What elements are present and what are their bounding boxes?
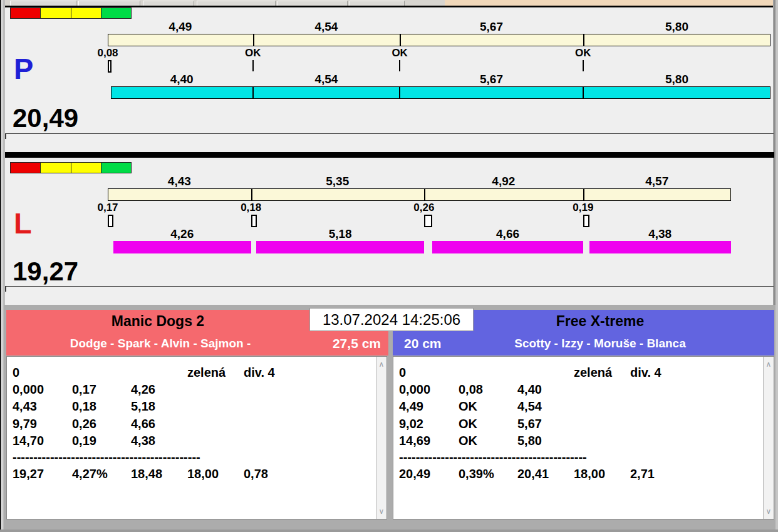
run-time-label: 5,18	[303, 227, 378, 241]
crossing-marker-box	[108, 215, 113, 227]
table-total-cell: 20,41	[517, 467, 549, 481]
table-start-value: 0	[13, 366, 19, 380]
crossing-label: OK	[225, 47, 281, 59]
team-right-results-table[interactable]: 0zelenádiv. 40,0000,084,404,49OK4,549,02…	[393, 356, 774, 519]
team-left-jump-height: 27,5 cm	[333, 336, 381, 351]
crossing-marker-box	[583, 215, 589, 227]
scroll-down-icon[interactable]: ∨	[764, 506, 774, 516]
split-time-label: 4,92	[466, 175, 541, 188]
crossing-label: 0,19	[555, 202, 611, 214]
lane-P-panel: P4,494,545,675,800,08OKOKOK4,404,545,675…	[5, 6, 774, 152]
run-time-label: 4,40	[144, 73, 219, 86]
table-total-cell: 4,27%	[72, 467, 108, 481]
split-time-label: 5,35	[300, 175, 375, 188]
split-time-label: 4,49	[143, 20, 218, 34]
traffic-light-segment	[11, 8, 41, 18]
lane-bottom-line	[5, 286, 774, 287]
datetime-display: 13.07.2024 14:25:06	[309, 308, 474, 331]
run-time-label: 4,54	[289, 73, 364, 86]
table-total-cell: 18,00	[574, 467, 605, 481]
split-time-label: 5,80	[640, 20, 715, 34]
split-time-label: 4,54	[289, 20, 364, 34]
table-total-cell: 19,27	[13, 467, 44, 481]
table-scrollbar[interactable]: ∧∨	[376, 357, 386, 519]
table-cell: 5,67	[517, 417, 542, 431]
table-cell: OK	[459, 417, 477, 431]
crossing-marker-box	[251, 215, 257, 227]
crossing-label: 0,08	[80, 47, 136, 59]
crossing-label: 0,18	[223, 202, 279, 214]
table-cell: 14,69	[399, 434, 430, 448]
split-bar-divider	[583, 34, 584, 46]
lane-line-notch	[5, 287, 6, 292]
traffic-light-segment	[41, 8, 71, 18]
table-cell: 0,19	[72, 434, 96, 448]
split-bar-divider	[400, 34, 401, 46]
scroll-up-icon[interactable]: ∧	[764, 359, 774, 369]
table-total-cell: 0,39%	[459, 467, 494, 481]
table-cell: 4,49	[399, 399, 423, 414]
traffic-light-segment	[71, 8, 101, 18]
table-division-label: div. 4	[244, 366, 275, 380]
run-time-label: 4,66	[470, 227, 546, 241]
table-cell: 9,02	[399, 417, 423, 431]
crossing-marker-box	[424, 215, 432, 227]
traffic-light-segment	[71, 163, 101, 173]
table-total-cell: 2,71	[630, 467, 655, 481]
table-scrollbar[interactable]: ∧∨	[763, 357, 774, 519]
lane-letter-L: L	[14, 209, 32, 238]
lane-total-time: 20,49	[13, 105, 78, 132]
crossing-label: OK	[371, 47, 428, 59]
table-color-label: zelená	[574, 366, 612, 380]
table-total-cell: 0,78	[244, 467, 268, 481]
table-cell: 0,000	[399, 382, 430, 397]
split-bar	[108, 188, 731, 201]
run-bar-segment	[432, 241, 583, 253]
table-total-cell: 18,00	[187, 467, 219, 481]
crossing-ok-tick	[399, 60, 400, 71]
table-cell: 0,17	[72, 382, 96, 397]
run-bar-segment	[400, 86, 583, 99]
traffic-light-segment	[11, 163, 41, 173]
table-total-cell: 18,48	[131, 467, 162, 481]
run-bar-segment	[111, 86, 253, 99]
run-bar-segment	[113, 241, 251, 253]
table-total-cell: 20,49	[399, 467, 430, 481]
table-cell: 0,000	[13, 382, 44, 397]
team-left-name: Manic Dogs 2	[6, 313, 309, 330]
team-left-members: Dodge - Spark - Alvin - Sajmon -	[6, 337, 314, 350]
lane-L-panel: L4,435,354,924,570,170,180,260,194,265,1…	[5, 158, 774, 305]
table-separator: ----------------------------------------…	[13, 450, 209, 464]
run-bar-segment	[253, 86, 400, 99]
table-cell: 4,66	[131, 417, 155, 431]
crossing-label: 0,26	[396, 202, 452, 214]
crossing-ok-tick	[583, 60, 584, 71]
run-bar-segment	[589, 241, 731, 253]
scroll-up-icon[interactable]: ∧	[376, 359, 386, 369]
run-time-label: 5,80	[640, 73, 715, 86]
split-bar-divider	[251, 189, 252, 200]
window-right-border-outer	[775, 0, 778, 532]
table-cell: 0,08	[459, 382, 483, 397]
table-cell: 4,43	[13, 399, 37, 414]
table-cell: 9,79	[13, 417, 37, 431]
lane-line-notch	[5, 134, 6, 139]
traffic-light-segment	[41, 163, 71, 173]
table-cell: OK	[459, 399, 477, 414]
run-time-label: 4,38	[623, 227, 698, 241]
table-cell: 0,18	[72, 399, 96, 414]
split-time-label: 5,67	[454, 20, 529, 34]
table-start-value: 0	[399, 366, 406, 380]
run-time-label: 5,67	[454, 73, 529, 86]
table-cell: 5,80	[517, 434, 542, 448]
scroll-down-icon[interactable]: ∨	[376, 506, 386, 516]
window-bottom-border	[0, 529, 778, 532]
team-left-results-table[interactable]: 0zelenádiv. 40,0000,174,264,430,185,189,…	[6, 356, 387, 519]
table-cell: 4,54	[517, 399, 542, 414]
run-bar-segment	[256, 241, 423, 253]
split-bar-divider	[424, 189, 425, 200]
traffic-light-segment	[101, 163, 131, 173]
split-bar-divider	[583, 189, 584, 200]
table-cell: 0,26	[72, 417, 96, 431]
lane-letter-P: P	[14, 54, 33, 83]
